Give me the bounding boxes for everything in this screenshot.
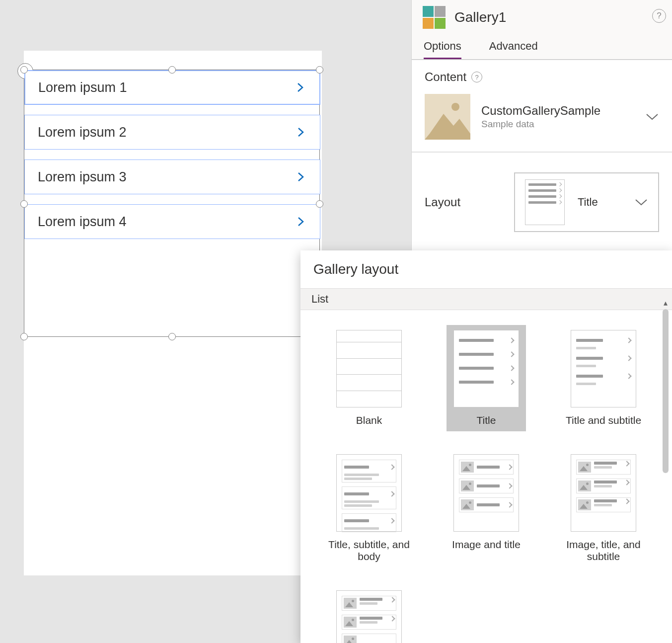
resize-handle[interactable] (316, 200, 323, 208)
resize-handle[interactable] (168, 66, 176, 74)
chevron-right-icon[interactable] (295, 171, 306, 182)
layout-option-title[interactable]: Title (447, 325, 526, 431)
content-section: Content ? CustomGallerySample Sample dat… (412, 60, 672, 152)
tab-advanced[interactable]: Advanced (489, 40, 538, 59)
gallery-control[interactable]: ✎ Lorem ipsum 1 Lorem ipsum 2 Lorem ipsu… (24, 70, 320, 337)
gallery-item[interactable]: Lorem ipsum 1 (24, 70, 320, 105)
resize-handle[interactable] (20, 333, 28, 340)
layout-option-label: Title, subtitle, and body (322, 539, 416, 563)
help-icon[interactable]: ? (652, 9, 666, 23)
resize-handle[interactable] (316, 66, 323, 74)
gallery-item[interactable]: Lorem ipsum 2 (24, 115, 320, 150)
layout-thumb-icon (525, 179, 565, 225)
layout-section: Layout Title (412, 152, 672, 252)
tab-options[interactable]: Options (424, 40, 461, 59)
layout-option-image-title-subtitle[interactable]: Image, title, and subtitle (549, 449, 658, 567)
datasource-name: CustomGallerySample (481, 104, 600, 118)
layout-option-label: Image and title (452, 539, 521, 551)
popup-title: Gallery layout (300, 250, 672, 288)
layout-option-title-subtitle-body[interactable]: Title, subtitle, and body (315, 449, 423, 567)
datasource-picker[interactable]: CustomGallerySample Sample data (425, 94, 659, 140)
layout-option-label: Blank (356, 414, 382, 426)
resize-handle[interactable] (20, 200, 28, 208)
popup-scrollbar[interactable]: ▴ ▾ (660, 296, 671, 473)
gallery-item-title: Lorem ipsum 4 (38, 214, 127, 230)
layout-option-partial[interactable] (329, 585, 409, 643)
image-placeholder-icon (425, 94, 470, 140)
panel-tabs: Options Advanced (412, 30, 672, 60)
datasource-subtitle: Sample data (481, 119, 600, 130)
gallery-layout-popup: Gallery layout List Blank Title (300, 250, 672, 643)
chevron-down-icon[interactable] (645, 112, 659, 121)
scroll-up-icon[interactable]: ▴ (660, 296, 671, 309)
layout-label: Layout (425, 195, 504, 209)
gallery-item-title: Lorem ipsum 3 (38, 169, 127, 185)
chevron-down-icon[interactable] (634, 198, 648, 207)
chevron-right-icon[interactable] (295, 82, 305, 93)
layout-selected-name: Title (578, 196, 598, 209)
chevron-right-icon[interactable] (295, 127, 306, 138)
control-name: Gallery1 (454, 9, 506, 25)
resize-handle[interactable] (168, 333, 176, 340)
layout-option-label: Title (477, 414, 496, 426)
gallery-item-title: Lorem ipsum 2 (38, 125, 127, 140)
layout-option-blank[interactable]: Blank (329, 325, 409, 431)
layout-option-title-subtitle[interactable]: Title and subtitle (559, 325, 648, 431)
layout-dropdown[interactable]: Title (514, 172, 659, 232)
help-icon[interactable]: ? (471, 72, 482, 82)
scroll-thumb[interactable] (663, 309, 669, 473)
popup-group-label: List (300, 288, 672, 310)
gallery-control-icon (423, 6, 446, 29)
gallery-item-title: Lorem ipsum 1 (38, 80, 127, 95)
layout-option-label: Image, title, and subtitle (556, 539, 651, 563)
gallery-item[interactable]: Lorem ipsum 4 (24, 204, 320, 239)
chevron-right-icon[interactable] (295, 216, 306, 227)
resize-handle[interactable] (20, 66, 28, 74)
gallery-item[interactable]: Lorem ipsum 3 (24, 160, 320, 194)
content-label: Content (425, 70, 466, 84)
layout-option-image-title[interactable]: Image and title (445, 449, 527, 567)
svg-point-2 (451, 103, 459, 111)
layout-option-label: Title and subtitle (566, 414, 641, 426)
